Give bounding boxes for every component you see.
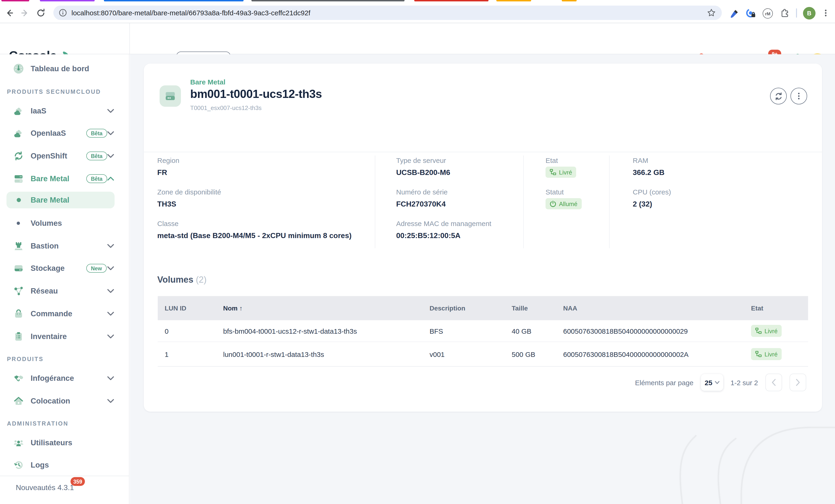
eyedropper-extension-button[interactable]: [729, 8, 740, 19]
address-bar[interactable]: localhost:8070/bare-metal/bare-metal/667…: [53, 5, 722, 20]
sidebar-footer-divider: [0, 476, 129, 476]
beta-badge: Bêta: [86, 152, 107, 160]
header-divider: [144, 152, 822, 152]
field-value: 00:25:B5:12:00:5A: [396, 231, 461, 240]
sidebar-item-commande[interactable]: Commande: [0, 304, 129, 323]
browser-forward-button[interactable]: [18, 5, 33, 20]
refresh-icon: [774, 92, 783, 100]
sidebar-section-administration: ADMINISTRATION: [7, 421, 68, 427]
sidebar-item-openshift[interactable]: OpenShift Bêta: [0, 147, 129, 165]
server-stack-icon: [13, 173, 24, 184]
field-value: 366.2 GB: [633, 168, 665, 177]
sidebar-item-infogerance[interactable]: Infogérance: [0, 369, 129, 387]
field-value: 2 (32): [633, 200, 652, 208]
table-row[interactable]: 0 bfs-bm004-t0001-ucs12-r-stw1-data13-th…: [158, 320, 808, 342]
cell-description: v001: [430, 350, 445, 358]
previous-page-button[interactable]: [766, 374, 782, 391]
browser-menu-button[interactable]: [818, 5, 833, 20]
sidebar: Tableau de bord PRODUITS SECNUMCLOUD Iaa…: [0, 54, 129, 504]
items-per-page-label: Eléments par page: [635, 379, 693, 386]
field-label: Zone de disponibilité: [157, 188, 221, 196]
site-info-icon[interactable]: [59, 9, 67, 17]
cell-taille: 40 GB: [512, 327, 531, 335]
column-header-lun[interactable]: LUN ID: [165, 304, 186, 312]
sidebar-item-logs[interactable]: Logs: [0, 456, 129, 474]
cell-nom: bfs-bm004-t0001-ucs12-r-stw1-data13-th3s: [223, 327, 357, 335]
field-label: CPU (cores): [633, 188, 671, 196]
sidebar-item-reseau[interactable]: Réseau: [0, 282, 129, 300]
sidebar-item-utilisateurs[interactable]: Utilisateurs: [0, 434, 129, 452]
refresh-button[interactable]: [770, 88, 787, 104]
page-size-select[interactable]: 25: [701, 374, 723, 391]
table-row[interactable]: 1 lun001-t0001-r-stw1-data13-th3s v001 5…: [158, 342, 808, 367]
sidebar-item-colocation[interactable]: Colocation: [0, 392, 129, 410]
column-header-naa[interactable]: NAA: [563, 304, 577, 312]
puzzle-icon: [780, 8, 790, 19]
power-icon: [550, 201, 556, 207]
handshake-icon: [13, 373, 24, 384]
bookmark-star-button[interactable]: [707, 8, 716, 18]
pagination: Eléments par page 25 1-2 sur 2: [635, 373, 806, 392]
bastion-tower-icon: [13, 240, 24, 251]
browser-profile-avatar[interactable]: B: [803, 7, 816, 20]
network-status-icon: [550, 169, 556, 176]
sidebar-item-dashboard[interactable]: Tableau de bord: [0, 59, 129, 78]
field-label: Numéro de série: [396, 188, 448, 196]
delivery-status-badge: Livré: [751, 348, 782, 360]
bullet-icon: [17, 222, 20, 225]
field-label: Region: [157, 156, 179, 164]
network-nodes-icon: [13, 285, 24, 297]
sidebar-item-openiaas[interactable]: OpenIaaS Bêta: [0, 124, 129, 142]
more-actions-button[interactable]: [791, 88, 807, 104]
field-label: Type de serveur: [396, 156, 446, 164]
column-header-description[interactable]: Description: [430, 304, 465, 312]
house-icon: [13, 396, 24, 406]
pagination-range: 1-2 sur 2: [731, 379, 758, 386]
chevron-up-icon: [107, 177, 114, 181]
url-text: localhost:8070/bare-metal/bare-metal/667…: [72, 9, 310, 17]
toolbar-separator: [796, 8, 797, 18]
whats-new-link[interactable]: Nouveautés 4.3.1: [16, 484, 74, 492]
cell-naa: 6005076300818B504000000000000029: [563, 327, 688, 335]
sidebar-item-bare-metal[interactable]: Bare Metal Bêta: [0, 169, 129, 188]
bare-metal-card-icon: [160, 85, 181, 107]
field-label: Classe: [157, 220, 179, 227]
sidebar-item-stockage[interactable]: Stockage New: [0, 259, 129, 278]
chevron-down-icon: [107, 376, 114, 380]
sidebar-section-secnumcloud: PRODUITS SECNUMCLOUD: [7, 89, 101, 95]
column-header-nom[interactable]: Nom ↑: [223, 304, 243, 312]
password-extension-button[interactable]: [746, 8, 757, 19]
new-badge: New: [86, 264, 106, 273]
clipboard-icon: [13, 331, 24, 342]
forward-icon: [20, 8, 30, 18]
star-icon: [707, 8, 716, 18]
sidebar-subitem-volumes[interactable]: Volumes: [0, 214, 129, 233]
chevron-down-icon: [107, 266, 114, 270]
sidebar-item-bastion[interactable]: Bastion: [0, 237, 129, 255]
users-icon: [13, 437, 24, 448]
chevron-right-icon: [796, 379, 800, 386]
next-page-button[interactable]: [790, 374, 806, 391]
sidebar-subitem-bare-metal[interactable]: Bare Metal: [0, 191, 129, 209]
column-header-etat[interactable]: Etat: [751, 304, 763, 312]
extensions-button[interactable]: [779, 8, 791, 19]
chevron-down-icon: [107, 289, 114, 293]
rm-extension-button[interactable]: rM: [762, 8, 773, 19]
browser-back-button[interactable]: [2, 5, 17, 20]
sidebar-item-inventaire[interactable]: Inventaire: [0, 327, 129, 346]
bullet-icon: [17, 198, 21, 202]
browser-reload-button[interactable]: [34, 5, 48, 20]
chevron-down-icon: [107, 311, 114, 316]
field-value: meta-std (Base B200-M4/M5 - 2xCPU minimu…: [157, 231, 352, 240]
back-icon: [5, 8, 14, 18]
history-clock-icon: [13, 460, 24, 470]
delivery-status-badge: Livré: [546, 167, 576, 178]
reload-icon: [36, 8, 45, 18]
column-header-taille[interactable]: Taille: [512, 304, 528, 312]
network-status-icon: [755, 328, 762, 334]
sidebar-item-iaas[interactable]: IaaS: [0, 102, 129, 120]
main-content: Bare Metal bm001-t0001-ucs12-th3s T0001_…: [130, 54, 835, 504]
kebab-menu-icon: [821, 9, 830, 17]
rm-extension-icon: rM: [762, 8, 773, 19]
chevron-left-icon: [771, 379, 776, 386]
